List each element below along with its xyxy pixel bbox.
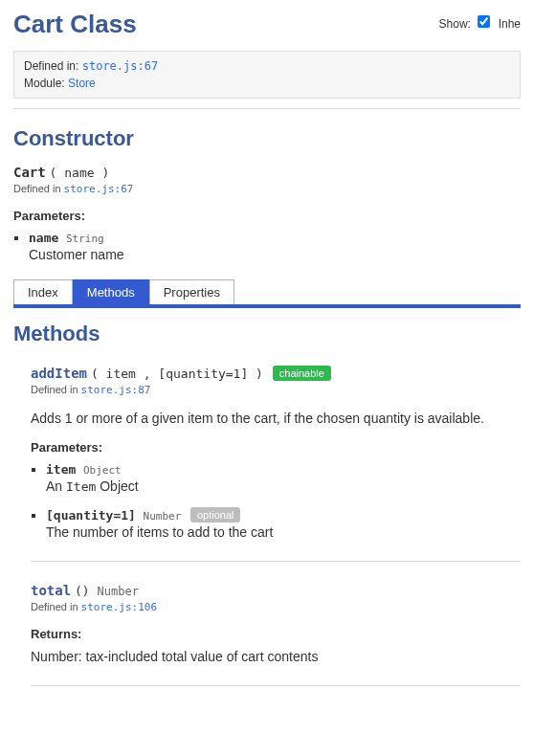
returns-heading: Returns: — [31, 627, 521, 641]
param-desc-code: Item — [66, 479, 96, 494]
optional-badge: optional — [190, 507, 241, 523]
constructor-params-list: name String Customer name — [29, 231, 521, 262]
method-defined-link[interactable]: store.js:106 — [81, 601, 157, 613]
param-type: Object — [83, 464, 122, 477]
tab-properties[interactable]: Properties — [149, 279, 234, 304]
param-desc: An Item Object — [46, 478, 521, 494]
method-description: Adds 1 or more of a given item to the ca… — [31, 410, 521, 429]
defined-in-link[interactable]: store.js:67 — [82, 59, 158, 73]
divider — [13, 108, 521, 109]
list-item: item Object An Item Object — [46, 462, 521, 494]
method-name: total — [31, 583, 71, 598]
method-params-heading: Parameters: — [31, 440, 521, 455]
list-item: [quantity=1] Number optional The number … — [46, 507, 521, 540]
divider — [31, 685, 521, 686]
list-item: name String Customer name — [29, 231, 521, 262]
divider — [31, 561, 521, 562]
method-total: total () Number Defined in store.js:106 … — [31, 583, 521, 664]
method-signature: ( item , [quantity=1] ) — [91, 367, 263, 381]
param-name: item — [46, 462, 76, 477]
tab-methods[interactable]: Methods — [73, 279, 149, 304]
method-name: addItem — [31, 366, 87, 381]
returns-desc: tax-included total value of cart content… — [86, 649, 319, 664]
constructor-defined-label: Defined in — [13, 183, 61, 194]
tab-bar: Index Methods Properties — [13, 279, 521, 308]
class-meta-box: Defined in: store.js:67 Module: Store — [13, 51, 521, 99]
methods-heading: Methods — [13, 322, 521, 346]
show-inherited-label: Inhe — [499, 17, 521, 31]
tab-index[interactable]: Index — [13, 279, 73, 304]
show-label: Show: — [439, 17, 471, 31]
show-filter: Show: Inhe — [439, 12, 521, 31]
module-link[interactable]: Store — [68, 77, 96, 90]
method-defined-link[interactable]: store.js:87 — [81, 384, 151, 396]
method-params-list: item Object An Item Object [quantity=1] … — [46, 462, 521, 540]
method-defined-label: Defined in — [31, 601, 78, 612]
constructor-signature: ( name ) — [50, 166, 110, 180]
constructor-defined-link[interactable]: store.js:67 — [64, 183, 134, 195]
defined-in-label: Defined in: — [24, 59, 78, 73]
param-name: name — [29, 231, 58, 245]
show-inherited-checkbox[interactable] — [478, 15, 490, 28]
param-desc: Customer name — [29, 247, 521, 262]
constructor-name: Cart — [13, 165, 46, 180]
param-type: Number — [144, 510, 182, 523]
method-return-type: Number — [98, 585, 139, 598]
param-desc-text: An — [46, 478, 62, 494]
constructor-heading: Constructor — [13, 126, 521, 151]
param-name: [quantity=1] — [46, 508, 136, 523]
param-desc: The number of items to add to the cart — [46, 524, 521, 540]
method-signature: () — [75, 584, 90, 598]
param-type: String — [66, 233, 104, 245]
constructor-params-heading: Parameters: — [13, 209, 521, 223]
chainable-badge: chainable — [273, 366, 331, 381]
returns-type: Number: — [31, 649, 82, 664]
method-defined-label: Defined in — [31, 384, 78, 395]
param-desc-text: Object — [100, 478, 138, 494]
module-label: Module: — [24, 77, 65, 90]
method-addItem: addItem ( item , [quantity=1] ) chainabl… — [31, 366, 521, 540]
